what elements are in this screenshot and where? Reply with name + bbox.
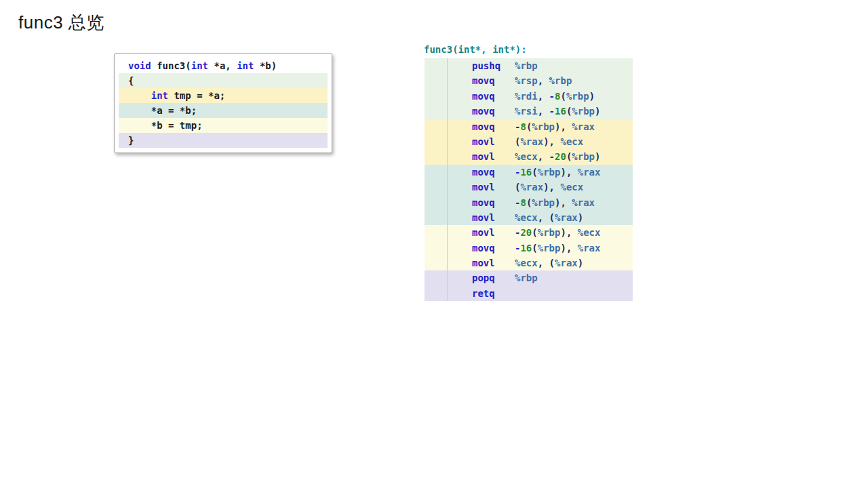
source-line: {: [119, 73, 328, 88]
asm-mnemonic: movq: [472, 89, 515, 104]
asm-row: movq%rsi, -16(%rbp): [425, 104, 633, 119]
asm-mnemonic: movq: [472, 104, 515, 119]
asm-gutter: [425, 270, 448, 285]
asm-gutter: [425, 89, 448, 104]
asm-mnemonic: movl: [472, 134, 515, 149]
asm-gutter: [425, 286, 448, 301]
asm-gutter: [425, 104, 448, 119]
asm-operands: [515, 286, 633, 301]
asm-row: movl-20(%rbp), %ecx: [425, 225, 633, 240]
asm-operands: (%rax), %ecx: [515, 180, 633, 195]
asm-gutter: [425, 134, 448, 149]
asm-gutter: [425, 195, 448, 210]
asm-operands: %rsp, %rbp: [515, 73, 633, 88]
asm-listing: pushq%rbpmovq%rsp, %rbpmovq%rdi, -8(%rbp…: [425, 58, 633, 301]
asm-operands: -8(%rbp), %rax: [515, 119, 633, 134]
asm-mnemonic: movq: [472, 165, 515, 180]
source-line: void func3(int *a, int *b): [119, 58, 328, 73]
source-line: }: [119, 133, 328, 148]
asm-mnemonic: movq: [472, 73, 515, 88]
asm-gutter: [425, 165, 448, 180]
asm-operands: %ecx, -20(%rbp): [515, 149, 633, 164]
asm-mnemonic: movl: [472, 256, 515, 270]
asm-row: movl(%rax), %ecx: [425, 134, 633, 149]
asm-operands: %rsi, -16(%rbp): [515, 104, 633, 119]
asm-mnemonic: movq: [472, 195, 515, 210]
source-code-rows: void func3(int *a, int *b){ int tmp = *a…: [119, 58, 328, 148]
source-line: int tmp = *a;: [119, 88, 328, 103]
asm-gutter: [425, 58, 448, 73]
asm-row: movq-16(%rbp), %rax: [425, 241, 633, 256]
asm-row: movl(%rax), %ecx: [425, 180, 633, 195]
asm-gutter: [425, 256, 448, 270]
asm-row: movl%ecx, -20(%rbp): [425, 149, 633, 164]
asm-row: popq%rbp: [425, 270, 633, 285]
asm-mnemonic: movl: [472, 210, 515, 225]
asm-operands: %ecx, (%rax): [515, 210, 633, 225]
asm-gutter: [425, 225, 448, 240]
source-line: *a = *b;: [119, 103, 328, 118]
asm-operands: -8(%rbp), %rax: [515, 195, 633, 210]
asm-operands: -16(%rbp), %rax: [515, 241, 633, 256]
asm-row: movq%rsp, %rbp: [425, 73, 633, 88]
asm-row: pushq%rbp: [425, 58, 633, 73]
asm-operands: -16(%rbp), %rax: [515, 165, 633, 180]
asm-row: movq%rdi, -8(%rbp): [425, 89, 633, 104]
asm-gutter: [425, 73, 448, 88]
asm-mnemonic: popq: [472, 270, 515, 285]
asm-row: movq-8(%rbp), %rax: [425, 119, 633, 134]
asm-row: movq-16(%rbp), %rax: [425, 165, 633, 180]
asm-mnemonic: pushq: [472, 58, 515, 73]
asm-gutter: [425, 241, 448, 256]
asm-operands: %rdi, -8(%rbp): [515, 89, 633, 104]
asm-gutter: [425, 210, 448, 225]
asm-mnemonic: movl: [472, 225, 515, 240]
asm-operands: %rbp: [515, 270, 633, 285]
asm-gutter: [425, 180, 448, 195]
source-line: *b = tmp;: [119, 118, 328, 133]
asm-function-label: func3(int*, int*):: [424, 44, 527, 55]
asm-row: movl%ecx, (%rax): [425, 210, 633, 225]
asm-gutter: [425, 119, 448, 134]
asm-row: movl%ecx, (%rax): [425, 256, 633, 270]
asm-gutter: [425, 149, 448, 164]
asm-operands: %ecx, (%rax): [515, 256, 633, 270]
asm-mnemonic: movq: [472, 241, 515, 256]
asm-mnemonic: movl: [472, 149, 515, 164]
asm-mnemonic: movl: [472, 180, 515, 195]
slide-title: func3 总览: [18, 11, 104, 35]
asm-mnemonic: retq: [472, 286, 515, 301]
source-code-panel: void func3(int *a, int *b){ int tmp = *a…: [114, 53, 332, 153]
asm-operands: %rbp: [515, 58, 633, 73]
asm-operands: (%rax), %ecx: [515, 134, 633, 149]
asm-mnemonic: movq: [472, 119, 515, 134]
asm-operands: -20(%rbp), %ecx: [515, 225, 633, 240]
asm-row: movq-8(%rbp), %rax: [425, 195, 633, 210]
asm-row: retq: [425, 286, 633, 301]
